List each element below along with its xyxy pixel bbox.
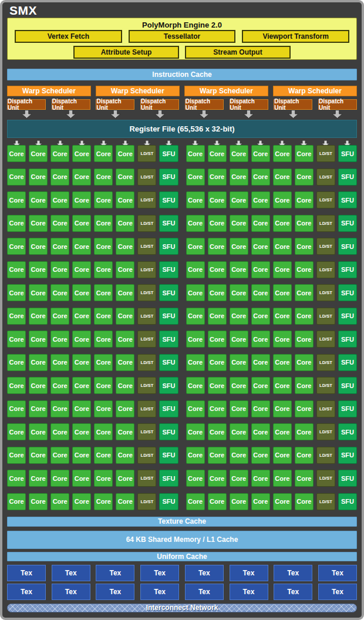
core-cell: Core bbox=[208, 331, 227, 348]
core-cell: Core bbox=[251, 284, 270, 301]
core-cell: Core bbox=[251, 470, 270, 487]
dispatch-unit: Dispatch Unit bbox=[96, 99, 134, 110]
sfu-cell: SFU bbox=[338, 145, 357, 162]
core-cell: Core bbox=[251, 447, 270, 464]
sfu-cell: SFU bbox=[159, 145, 178, 162]
core-cell: Core bbox=[50, 400, 69, 417]
polymorph-engine-panel: PolyMorph Engine 2.0 Vertex FetchTessell… bbox=[7, 18, 357, 60]
core-cell: Core bbox=[273, 377, 292, 394]
dispatch-arrow-cell bbox=[52, 110, 90, 120]
core-cell: Core bbox=[230, 354, 248, 371]
core-cell: Core bbox=[72, 215, 91, 232]
sfu-cell: SFU bbox=[159, 238, 178, 255]
sfu-cell: SFU bbox=[338, 191, 357, 208]
core-cell: Core bbox=[295, 377, 314, 394]
dispatch-unit: Dispatch Unit bbox=[52, 99, 90, 110]
sfu-cell: SFU bbox=[338, 423, 357, 440]
core-cell: Core bbox=[208, 169, 227, 186]
core-row-half: CoreCoreCoreCoreCoreCoreLD/STSFU bbox=[7, 169, 178, 186]
core-row-half: CoreCoreCoreCoreCoreCoreLD/STSFU bbox=[7, 215, 178, 232]
ldst-cell: LD/ST bbox=[137, 308, 156, 325]
polymorph-stage-box: Viewport Transform bbox=[242, 30, 349, 43]
dispatch-arrow-cell bbox=[96, 110, 134, 120]
sfu-cell: SFU bbox=[338, 400, 357, 417]
core-cell: Core bbox=[208, 191, 227, 208]
tex-unit: Tex bbox=[185, 584, 224, 600]
core-cell: Core bbox=[186, 447, 205, 464]
sfu-cell: SFU bbox=[159, 493, 178, 510]
core-cell: Core bbox=[295, 238, 314, 255]
sfu-cell: SFU bbox=[159, 447, 178, 464]
core-row-half: CoreCoreCoreCoreCoreCoreLD/STSFU bbox=[186, 331, 358, 348]
core-cell: Core bbox=[7, 400, 26, 417]
core-cell: Core bbox=[29, 493, 48, 510]
core-cell: Core bbox=[50, 284, 69, 301]
core-cell: Core bbox=[273, 331, 292, 348]
tex-unit: Tex bbox=[274, 565, 312, 581]
core-cell: Core bbox=[251, 400, 270, 417]
core-cell: Core bbox=[116, 447, 134, 464]
smx-block-diagram: SMX PolyMorph Engine 2.0 Vertex FetchTes… bbox=[0, 0, 364, 620]
core-cell: Core bbox=[251, 308, 270, 325]
core-row-half: CoreCoreCoreCoreCoreCoreLD/STSFU bbox=[7, 470, 178, 487]
core-cell: Core bbox=[7, 331, 26, 348]
core-cell: Core bbox=[186, 261, 205, 278]
down-arrow-icon bbox=[243, 110, 254, 121]
core-row: CoreCoreCoreCoreCoreCoreLD/STSFUCoreCore… bbox=[7, 238, 357, 255]
ldst-cell: LD/ST bbox=[316, 215, 335, 232]
core-cell: Core bbox=[251, 169, 270, 186]
core-cell: Core bbox=[50, 470, 69, 487]
core-cell: Core bbox=[208, 215, 227, 232]
core-cell: Core bbox=[7, 261, 26, 278]
ldst-cell: LD/ST bbox=[137, 284, 156, 301]
down-arrow-icon bbox=[198, 110, 210, 121]
core-cell: Core bbox=[295, 331, 314, 348]
core-cell: Core bbox=[186, 215, 205, 232]
core-row-half: CoreCoreCoreCoreCoreCoreLD/STSFU bbox=[7, 423, 178, 440]
warp-scheduler: Warp Scheduler bbox=[273, 86, 357, 96]
core-row: CoreCoreCoreCoreCoreCoreLD/STSFUCoreCore… bbox=[7, 261, 357, 278]
ldst-cell: LD/ST bbox=[137, 238, 156, 255]
instruction-cache: Instruction Cache bbox=[7, 69, 357, 80]
dispatch-arrow-cell bbox=[230, 110, 268, 120]
core-cell: Core bbox=[208, 284, 227, 301]
dispatch-unit: Dispatch Unit bbox=[230, 99, 268, 110]
core-row: CoreCoreCoreCoreCoreCoreLD/STSFUCoreCore… bbox=[7, 284, 357, 301]
core-cell: Core bbox=[186, 284, 205, 301]
core-cell: Core bbox=[72, 447, 91, 464]
core-cell: Core bbox=[116, 493, 134, 510]
core-cell: Core bbox=[50, 354, 69, 371]
core-cell: Core bbox=[50, 169, 69, 186]
core-cell: Core bbox=[295, 308, 314, 325]
core-row-half: CoreCoreCoreCoreCoreCoreLD/STSFU bbox=[7, 354, 178, 371]
warp-scheduler-row: Warp SchedulerWarp SchedulerWarp Schedul… bbox=[7, 86, 357, 96]
core-row: CoreCoreCoreCoreCoreCoreLD/STSFUCoreCore… bbox=[7, 470, 357, 487]
core-cell: Core bbox=[29, 238, 48, 255]
ldst-cell: LD/ST bbox=[137, 169, 156, 186]
core-row: CoreCoreCoreCoreCoreCoreLD/STSFUCoreCore… bbox=[7, 354, 357, 371]
tex-unit: Tex bbox=[318, 565, 357, 581]
core-cell: Core bbox=[186, 400, 205, 417]
core-row: CoreCoreCoreCoreCoreCoreLD/STSFUCoreCore… bbox=[7, 447, 357, 464]
core-cell: Core bbox=[273, 354, 292, 371]
core-cell: Core bbox=[230, 377, 248, 394]
polymorph-row-1: Vertex FetchTessellatorViewport Transfor… bbox=[8, 30, 356, 43]
core-cell: Core bbox=[208, 145, 227, 162]
polymorph-stage-box: Stream Output bbox=[185, 46, 291, 59]
core-cell: Core bbox=[273, 284, 292, 301]
core-cell: Core bbox=[273, 238, 292, 255]
core-cell: Core bbox=[208, 400, 227, 417]
core-cell: Core bbox=[295, 261, 314, 278]
sfu-cell: SFU bbox=[338, 470, 357, 487]
sfu-cell: SFU bbox=[159, 470, 178, 487]
ldst-cell: LD/ST bbox=[316, 400, 335, 417]
ldst-cell: LD/ST bbox=[316, 331, 335, 348]
core-row: CoreCoreCoreCoreCoreCoreLD/STSFUCoreCore… bbox=[7, 191, 357, 208]
core-cell: Core bbox=[72, 400, 91, 417]
tex-unit: Tex bbox=[140, 584, 179, 600]
tex-unit: Tex bbox=[96, 584, 134, 600]
core-cell: Core bbox=[29, 145, 48, 162]
core-cell: Core bbox=[7, 238, 26, 255]
core-cell: Core bbox=[273, 493, 292, 510]
sfu-cell: SFU bbox=[338, 261, 357, 278]
